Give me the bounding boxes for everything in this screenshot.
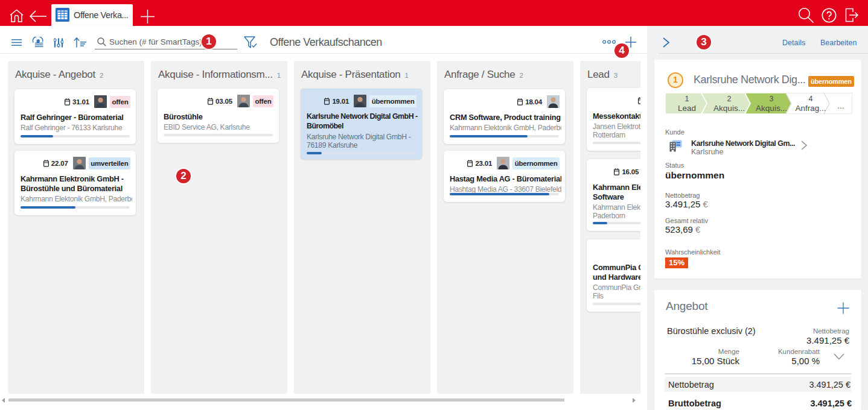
svg-text:...: ... <box>837 101 844 110</box>
svg-text:Akquis...: Akquis... <box>756 104 787 113</box>
svg-text:Lead: Lead <box>678 104 696 113</box>
svg-text:Anfrag...: Anfrag... <box>795 104 826 113</box>
svg-text:3: 3 <box>770 95 774 103</box>
svg-text:1: 1 <box>685 95 689 103</box>
svg-text:Akquis...: Akquis... <box>713 104 745 113</box>
svg-text:4: 4 <box>809 95 813 103</box>
svg-text:2: 2 <box>727 95 732 103</box>
